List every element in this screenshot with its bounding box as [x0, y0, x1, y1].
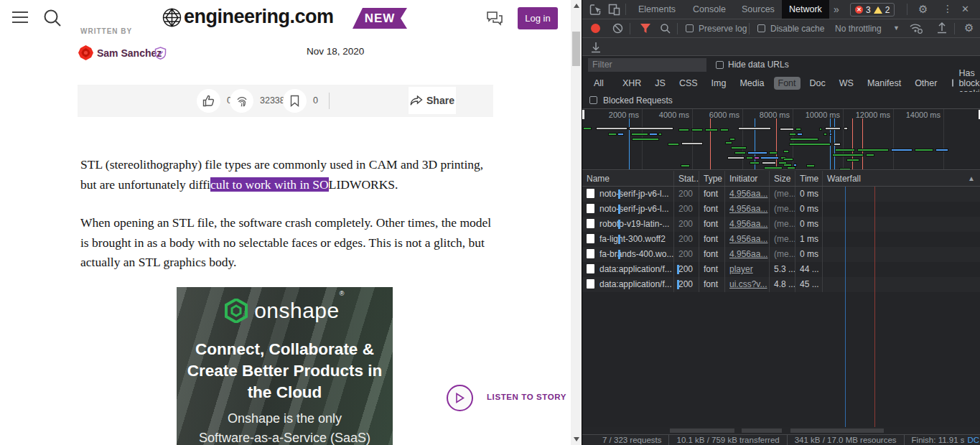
- hide-data-urls-checkbox[interactable]: [716, 61, 724, 69]
- settings-gear-icon[interactable]: ⚙: [918, 3, 928, 16]
- table-row[interactable]: data:application/f...200fontui.css?v...4…: [582, 277, 980, 292]
- export-har-icon[interactable]: [591, 42, 601, 53]
- throttling-caret-icon[interactable]: ▼: [893, 24, 900, 32]
- issues-badge[interactable]: ✕ 3 2: [850, 3, 895, 17]
- site-logo-globe-icon[interactable]: [162, 8, 182, 27]
- inspect-element-icon[interactable]: [589, 4, 602, 16]
- initiator-link[interactable]: 4.956aa...: [729, 219, 767, 229]
- initiator-link[interactable]: 4.956aa...: [729, 249, 767, 259]
- like-button[interactable]: [197, 89, 220, 113]
- page-scrollbar[interactable]: [571, 0, 582, 445]
- network-conditions-icon[interactable]: [910, 23, 923, 34]
- request-name-cell[interactable]: noto-serif-jp-v6-l...: [582, 202, 674, 217]
- column-header-type[interactable]: Type: [699, 171, 725, 186]
- device-toolbar-icon[interactable]: [608, 4, 620, 16]
- request-name-cell[interactable]: fa-light-300.woff2: [582, 232, 674, 247]
- hamburger-menu-icon[interactable]: [12, 11, 29, 25]
- filter-chip-media[interactable]: Media: [735, 77, 768, 90]
- disable-cache-label[interactable]: Disable cache: [770, 24, 824, 34]
- table-row[interactable]: noto-serif-jp-v6-l...200font4.956aa...(m…: [582, 187, 980, 202]
- author-name[interactable]: Sam Sanchez: [97, 47, 162, 59]
- filter-chip-js[interactable]: JS: [650, 77, 670, 90]
- disable-cache-checkbox[interactable]: [757, 24, 765, 32]
- preserve-log-label[interactable]: Preserve log: [699, 24, 747, 34]
- overview-left-handle[interactable]: [582, 110, 584, 119]
- table-row[interactable]: noto-serif-jp-v6-l...200font4.956aa...(m…: [582, 202, 980, 217]
- table-row[interactable]: fa-light-300.woff2200font4.956aa...(me..…: [582, 232, 980, 247]
- tab-elements[interactable]: Elements: [631, 0, 683, 19]
- bookmark-button[interactable]: [283, 89, 307, 113]
- filter-chip-doc[interactable]: Doc: [806, 77, 830, 90]
- import-har-icon[interactable]: [937, 22, 947, 34]
- preserve-log-checkbox[interactable]: [686, 24, 694, 32]
- search-icon[interactable]: [42, 8, 62, 28]
- play-icon: [455, 393, 465, 403]
- blocked-requests-checkbox[interactable]: [589, 96, 597, 104]
- filter-chip-ws[interactable]: WS: [835, 77, 858, 90]
- scrollbar-thumb[interactable]: [572, 32, 580, 66]
- type-cell: font: [699, 262, 725, 277]
- scroll-up-arrow[interactable]: [574, 4, 579, 8]
- filter-chip-css[interactable]: CSS: [675, 77, 702, 90]
- network-settings-gear-icon[interactable]: ⚙: [964, 22, 974, 34]
- throttling-select[interactable]: No throttling: [835, 24, 882, 34]
- network-search-icon[interactable]: [660, 23, 671, 34]
- initiator-link[interactable]: 4.956aa...: [729, 234, 767, 244]
- filter-funnel-icon[interactable]: [640, 23, 651, 34]
- column-header-initiator[interactable]: Initiator: [725, 171, 770, 186]
- column-header-waterfall[interactable]: Waterfall: [823, 171, 980, 186]
- listen-to-story-label[interactable]: LISTEN TO STORY: [487, 393, 566, 401]
- request-name: data:application/f...: [599, 264, 672, 274]
- clear-icon[interactable]: [612, 23, 623, 34]
- filter-chip-manifest[interactable]: Manifest: [863, 77, 905, 90]
- site-brand[interactable]: engineering.com: [184, 6, 334, 28]
- filter-chip-img[interactable]: Img: [707, 77, 731, 90]
- request-name-cell[interactable]: roboto-v19-latin-...: [582, 217, 674, 232]
- initiator-link[interactable]: ui.css?v...: [729, 279, 767, 289]
- table-row[interactable]: data:application/f...200fontplayer5.3 ..…: [582, 262, 980, 277]
- request-name-cell[interactable]: noto-serif-jp-v6-l...: [582, 187, 674, 202]
- load-event-line: [874, 187, 875, 427]
- column-header-name[interactable]: Name: [582, 171, 674, 186]
- initiator-link[interactable]: 4.956aa...: [729, 189, 767, 199]
- request-name-cell[interactable]: fa-brands-400.wo...: [582, 247, 674, 262]
- initiator-link[interactable]: 4.956aa...: [729, 204, 767, 214]
- column-header-size[interactable]: Size: [770, 171, 795, 186]
- filter-chip-all[interactable]: All: [589, 77, 608, 90]
- listen-play-button[interactable]: [447, 385, 473, 411]
- table-horizontal-scrollbar[interactable]: [582, 427, 980, 434]
- login-button[interactable]: Log in: [518, 7, 558, 29]
- hide-data-urls-label[interactable]: Hide data URLs: [728, 60, 789, 70]
- share-button[interactable]: Share: [409, 87, 456, 114]
- network-overview[interactable]: 2000 ms4000 ms6000 ms8000 ms10000 ms1200…: [582, 109, 980, 170]
- comments-icon[interactable]: [486, 11, 503, 27]
- has-blocked-cookies-checkbox[interactable]: [952, 79, 953, 87]
- tab-console[interactable]: Console: [686, 0, 733, 19]
- tab-network[interactable]: Network: [782, 0, 829, 19]
- request-bar: [789, 133, 796, 136]
- kebab-menu-icon[interactable]: ⋮: [943, 3, 953, 14]
- request-name-cell[interactable]: data:application/f...: [582, 277, 674, 292]
- blocked-requests-label[interactable]: Blocked Requests: [603, 95, 673, 106]
- network-toolbar: Preserve log Disable cache No throttling…: [582, 19, 980, 38]
- close-devtools-icon[interactable]: ✕: [961, 4, 969, 14]
- author-avatar[interactable]: [78, 45, 93, 60]
- record-button[interactable]: [591, 24, 600, 33]
- error-count: 3: [866, 5, 871, 15]
- initiator-link[interactable]: player: [729, 264, 753, 274]
- tab-sources[interactable]: Sources: [734, 0, 782, 19]
- onshape-ad[interactable]: onshape® Connect, Collaborate & Create B…: [177, 287, 393, 445]
- filter-chip-xhr[interactable]: XHR: [618, 77, 645, 90]
- request-bar: [823, 133, 827, 136]
- filter-chip-other[interactable]: Other: [910, 77, 941, 90]
- table-row[interactable]: roboto-v19-latin-...200font4.956aa...(me…: [582, 217, 980, 232]
- filter-input[interactable]: Filter: [588, 58, 706, 72]
- load-event-line: [862, 118, 863, 170]
- request-name-cell[interactable]: data:application/f...: [582, 262, 674, 277]
- table-row[interactable]: fa-brands-400.wo...200font4.956aa...(me.…: [582, 247, 980, 262]
- filter-chip-font[interactable]: Font: [774, 77, 801, 90]
- column-header-status[interactable]: Stat...: [674, 171, 699, 186]
- column-header-time[interactable]: Time: [795, 171, 823, 186]
- scroll-down-arrow[interactable]: [574, 437, 579, 441]
- more-tabs-chevron[interactable]: »: [826, 0, 846, 19]
